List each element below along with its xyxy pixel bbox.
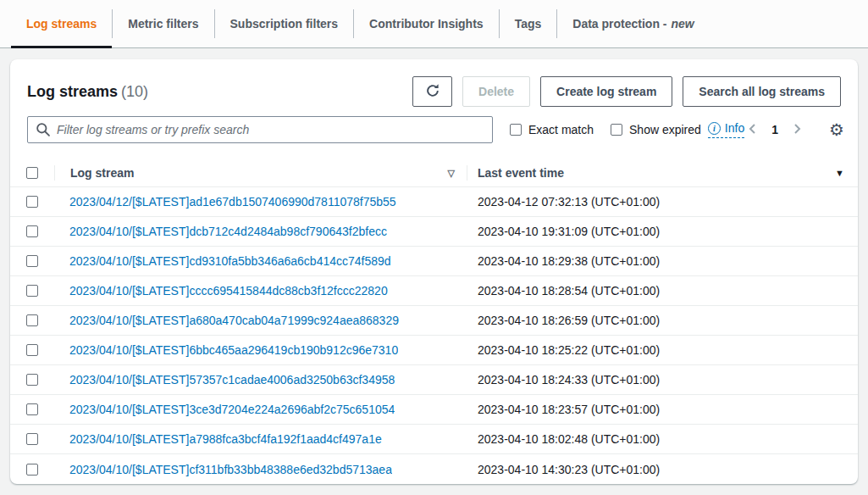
tab-contributor-insights[interactable]: Contributor Insights [354,0,499,47]
row-checkbox[interactable] [26,225,38,237]
tab-metric-filters[interactable]: Metric filters [113,0,213,47]
column-header-log-stream[interactable]: Log stream [70,166,134,180]
tab-label: Log streams [26,17,97,31]
create-log-stream-button[interactable]: Create log stream [540,76,672,107]
last-event-time: 2023-04-10 14:30:23 (UTC+01:00) [478,463,660,476]
log-stream-link[interactable]: 2023/04/10/[$LATEST]6bbc465aa296419cb190… [69,343,398,357]
previous-page-button[interactable] [744,120,761,140]
log-stream-link[interactable]: 2023/04/10/[$LATEST]cd9310fa5bb346a6a6cb… [69,254,391,268]
tab-tags[interactable]: Tags [500,0,557,47]
toolbar: Delete Create log stream Search all log … [412,76,841,107]
chevron-right-icon [790,122,804,138]
row-checkbox[interactable] [26,374,38,386]
sort-icon-log-stream[interactable]: ▽ [448,168,455,179]
table-header: Log stream ▽ Last event time ▼ [10,159,858,187]
info-icon: i [708,122,721,135]
pagination: 1 [744,120,805,140]
next-page-button[interactable] [788,120,805,140]
page-title-text: Log streams [27,83,118,100]
last-event-time: 2023-04-10 19:31:09 (UTC+01:00) [478,225,660,238]
new-badge: new [672,17,694,31]
checkbox-icon [611,124,622,136]
table-row: 2023/04/10/[$LATEST]6bbc465aa296419cb190… [10,336,858,365]
preferences-button[interactable]: ⚙ [827,121,846,138]
search-all-log-streams-button[interactable]: Search all log streams [683,76,841,107]
sort-icon-last-event-time[interactable]: ▼ [835,168,844,178]
row-checkbox[interactable] [26,344,38,356]
tab-label: Tags [515,17,542,31]
log-stream-link[interactable]: 2023/04/10/[$LATEST]3ce3d7204e224a2696ab… [69,403,395,416]
tab-log-streams[interactable]: Log streams [11,0,112,47]
last-event-time: 2023-04-12 07:32:13 (UTC+01:00) [478,195,660,209]
table-row: 2023/04/10/[$LATEST]57357c1cadae4006ad32… [10,365,858,395]
log-stream-link[interactable]: 2023/04/10/[$LATEST]cccc695415844dc88cb3… [69,284,388,298]
tab-label: Metric filters [128,17,198,31]
tab-subscription-filters[interactable]: Subscription filters [215,0,354,47]
log-stream-link[interactable]: 2023/04/10/[$LATEST]dcb712c4d2484ab98cf7… [69,225,387,238]
log-stream-link[interactable]: 2023/04/10/[$LATEST]a7988fca3bcf4fa192f1… [69,432,382,446]
log-stream-link[interactable]: 2023/04/12/[$LATEST]ad1e67db1507406990d7… [69,195,396,209]
filter-log-streams-input[interactable] [27,116,493,143]
exact-match-checkbox[interactable]: Exact match [510,123,594,136]
table-body: 2023/04/12/[$LATEST]ad1e67db1507406990d7… [10,187,858,484]
item-count: (10) [121,83,148,100]
chevron-left-icon [746,122,760,138]
search-icon [36,122,51,141]
row-checkbox[interactable] [26,314,38,326]
page-title: Log streams(10) [27,83,148,101]
refresh-icon [425,83,440,101]
exact-match-label: Exact match [528,123,594,136]
table-row: 2023/04/10/[$LATEST]3ce3d7204e224a2696ab… [10,395,858,425]
gear-icon: ⚙ [829,120,844,139]
checkbox-icon [510,124,522,136]
log-stream-link[interactable]: 2023/04/10/[$LATEST]cf311bfb33bb48388e6e… [69,463,392,476]
tab-label: Subscription filters [230,17,339,31]
show-expired-checkbox[interactable]: Show expired [611,123,701,136]
last-event-time: 2023-04-10 18:25:22 (UTC+01:00) [478,343,660,357]
table-row: 2023/04/10/[$LATEST]cd9310fa5bb346a6a6cb… [10,247,858,276]
last-event-time: 2023-04-10 18:26:59 (UTC+01:00) [478,314,660,327]
row-checkbox[interactable] [26,196,38,208]
log-stream-link[interactable]: 2023/04/10/[$LATEST]57357c1cadae4006ad32… [69,373,395,387]
table-row: 2023/04/10/[$LATEST]dcb712c4d2484ab98cf7… [10,217,858,247]
filter-bar: Exact match Show expired i Info 1 [10,107,858,143]
table-row: 2023/04/12/[$LATEST]ad1e67db1507406990d7… [10,187,858,217]
last-event-time: 2023-04-10 18:02:48 (UTC+01:00) [478,432,660,446]
row-checkbox[interactable] [26,285,38,297]
last-event-time: 2023-04-10 18:29:38 (UTC+01:00) [478,254,660,268]
table-row: 2023/04/10/[$LATEST]a7988fca3bcf4fa192f1… [10,425,858,454]
log-streams-panel: Log streams(10) Delete Create log stream… [10,59,858,484]
last-event-time: 2023-04-10 18:28:54 (UTC+01:00) [478,284,660,298]
tab-data-protection[interactable]: Data protection - new [557,0,709,47]
tab-bar: Log streams Metric filters Subscription … [0,0,868,48]
last-event-time: 2023-04-10 18:24:33 (UTC+01:00) [478,373,660,387]
refresh-button[interactable] [412,76,452,107]
last-event-time: 2023-04-10 18:23:57 (UTC+01:00) [478,403,660,416]
panel-header: Log streams(10) Delete Create log stream… [10,59,858,107]
info-link-label: Info [725,121,744,135]
log-stream-link[interactable]: 2023/04/10/[$LATEST]a680a470cab04a71999c… [69,314,399,327]
table-row: 2023/04/10/[$LATEST]a680a470cab04a71999c… [10,306,858,336]
column-header-last-event-time[interactable]: Last event time [478,166,564,180]
current-page-number[interactable]: 1 [771,123,778,136]
select-all-checkbox[interactable] [26,167,38,179]
delete-button[interactable]: Delete [462,76,530,107]
tab-label: Contributor Insights [369,17,484,31]
tab-label: Data protection - [572,17,666,31]
table-row: 2023/04/10/[$LATEST]cf311bfb33bb48388e6e… [10,454,858,484]
row-checkbox[interactable] [26,403,38,415]
row-checkbox[interactable] [26,255,38,267]
show-expired-label: Show expired [629,123,701,136]
info-link[interactable]: i Info [708,121,744,138]
row-checkbox[interactable] [26,464,38,476]
table-row: 2023/04/10/[$LATEST]cccc695415844dc88cb3… [10,276,858,306]
row-checkbox[interactable] [26,433,38,445]
search-box [27,116,493,143]
